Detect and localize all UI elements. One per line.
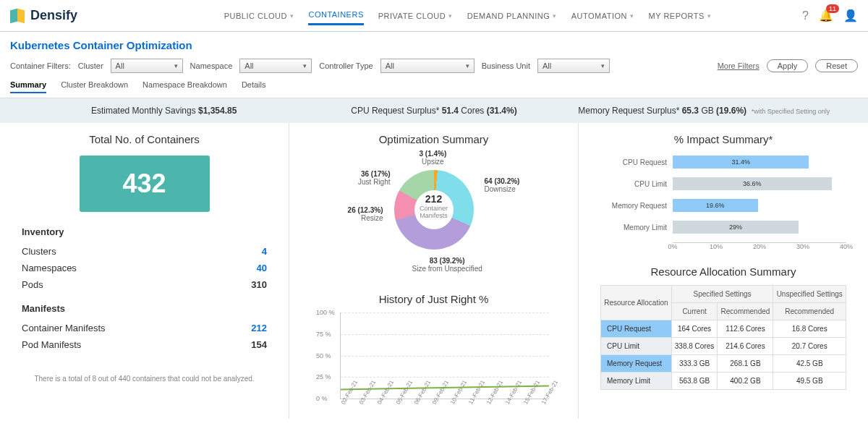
- tab-details[interactable]: Details: [242, 80, 266, 93]
- cell-unspec-recommended: 49.5 GB: [773, 373, 846, 390]
- bar-label: Memory Limit: [600, 224, 673, 231]
- controller-type-select[interactable]: All: [380, 59, 475, 73]
- bar-track: 31.4%: [673, 156, 846, 169]
- view-tabs: Summary Cluster Breakdown Namespace Brea…: [0, 80, 868, 98]
- impact-xaxis: 0% 10% 20% 30% 40%: [673, 242, 846, 251]
- cell-current: 333.3 GB: [671, 355, 718, 373]
- slice-label-resize: 26 (12.3%)Resize: [333, 206, 383, 222]
- controller-type-label: Controller Type: [319, 61, 373, 70]
- namespace-label: Namespace: [190, 61, 233, 70]
- row-label: CPU Limit: [601, 338, 672, 355]
- analysis-footnote: There is a total of 8 out of 440 contain…: [22, 375, 267, 383]
- nav-demand-planning[interactable]: DEMAND PLANNING▾: [467, 6, 557, 25]
- user-icon[interactable]: 👤: [843, 9, 858, 22]
- nav-containers[interactable]: CONTAINERS: [308, 6, 363, 25]
- brand-name: Densify: [30, 8, 77, 23]
- table-row: Memory Limit 563.8 GB 400.2 GB 49.5 GB: [601, 373, 846, 390]
- nav-public-cloud[interactable]: PUBLIC CLOUD▾: [224, 6, 294, 25]
- clusters-link[interactable]: 4: [262, 246, 267, 257]
- total-containers-value: 432: [80, 156, 210, 212]
- table-row: Memory Request 333.3 GB 268.1 GB 42.5 GB: [601, 355, 846, 373]
- bar-fill: 29%: [673, 221, 799, 234]
- metrics-bar: Estimated Monthly Savings $1,354.85 CPU …: [0, 98, 868, 123]
- column-middle: Optimization Summary 212Container Manife…: [289, 123, 579, 419]
- chevron-down-icon: ▾: [630, 12, 634, 20]
- cell-recommended: 400.2 GB: [718, 373, 773, 390]
- history-xaxis: 02-Feb-2103-Feb-2104-Feb-2105-Feb-2106-F…: [340, 402, 549, 409]
- nav-private-cloud[interactable]: PRIVATE CLOUD▾: [378, 6, 453, 25]
- row-label: Memory Limit: [601, 373, 672, 390]
- bell-icon[interactable]: 🔔11: [819, 9, 833, 22]
- chevron-down-icon: ▾: [553, 12, 557, 20]
- col-unspecified: Unspecified Settings: [773, 286, 846, 303]
- history-title: History of Just Right %: [311, 293, 556, 305]
- filter-bar: Container Filters: Cluster All Namespace…: [0, 51, 868, 80]
- col-current: Current: [671, 303, 718, 320]
- slice-label-unspecified: 83 (39.2%)Size from Unspecified: [412, 257, 482, 273]
- top-nav: PUBLIC CLOUD▾ CONTAINERS PRIVATE CLOUD▾ …: [224, 6, 712, 25]
- cell-recommended: 214.6 Cores: [718, 338, 773, 355]
- bar-fill: 31.4%: [673, 156, 809, 169]
- cluster-label: Cluster: [78, 61, 103, 70]
- reset-button[interactable]: Reset: [815, 59, 858, 72]
- bar-row: CPU Limit 36.6%: [600, 177, 846, 190]
- table-row: CPU Limit 338.8 Cores 214.6 Cores 20.7 C…: [601, 338, 846, 355]
- bar-track: 36.6%: [673, 177, 846, 190]
- col-specified: Specified Settings: [671, 286, 773, 303]
- impact-bar-chart: CPU Request 31.4% CPU Limit 36.6% Memory…: [600, 156, 846, 234]
- cell-unspec-recommended: 16.8 Cores: [773, 320, 846, 338]
- chevron-down-icon: ▾: [290, 12, 294, 20]
- donut-center: 212Container Manifests: [412, 193, 456, 219]
- total-containers-title: Total No. of Containers: [22, 133, 267, 145]
- cell-current: 563.8 GB: [671, 373, 718, 390]
- inventory-row-namespaces: Namespaces40: [22, 260, 267, 276]
- row-label: CPU Request: [601, 320, 672, 338]
- cell-recommended: 112.6 Cores: [718, 320, 773, 338]
- nav-my-reports[interactable]: MY REPORTS▾: [649, 6, 712, 25]
- cell-current: 338.8 Cores: [671, 338, 718, 355]
- metric-savings: Estimated Monthly Savings $1,354.85: [29, 106, 299, 116]
- chevron-down-icon: ▾: [707, 12, 712, 20]
- cluster-select[interactable]: All: [111, 59, 183, 73]
- allocation-summary-title: Resource Allocation Summary: [600, 265, 846, 278]
- metric-cpu-surplus: CPU Request Surplus* 51.4 Cores (31.4%): [299, 106, 569, 116]
- help-icon[interactable]: ?: [802, 9, 809, 22]
- col-recommended: Recommended: [718, 303, 773, 320]
- row-label: Memory Request: [601, 355, 672, 373]
- bar-row: Memory Request 19.6%: [600, 199, 846, 212]
- header-actions: ? 🔔11 👤: [802, 9, 858, 22]
- bar-track: 19.6%: [673, 199, 846, 212]
- slice-label-downsize: 64 (30.2%)Downsize: [485, 177, 520, 193]
- namespaces-link[interactable]: 40: [257, 263, 267, 273]
- container-manifests-link[interactable]: 212: [251, 323, 267, 333]
- tab-summary[interactable]: Summary: [10, 80, 46, 93]
- namespace-select[interactable]: All: [239, 59, 312, 73]
- table-row: CPU Request 164 Cores 112.6 Cores 16.8 C…: [601, 320, 846, 338]
- more-filters-link[interactable]: More Filters: [718, 61, 760, 70]
- brand-logo[interactable]: Densify: [10, 8, 77, 24]
- bar-row: CPU Request 31.4%: [600, 156, 846, 169]
- app-header: Densify PUBLIC CLOUD▾ CONTAINERS PRIVATE…: [0, 0, 868, 32]
- bar-label: CPU Request: [600, 158, 673, 166]
- manifests-row-container: Container Manifests212: [22, 320, 267, 336]
- filters-label: Container Filters:: [10, 61, 71, 70]
- column-right: % Impact Summary* CPU Request 31.4% CPU …: [579, 123, 868, 419]
- apply-button[interactable]: Apply: [767, 59, 809, 72]
- business-unit-label: Business Unit: [482, 61, 530, 70]
- tab-cluster-breakdown[interactable]: Cluster Breakdown: [61, 80, 128, 93]
- col-unspec-recommended: Recommended: [773, 303, 846, 320]
- chevron-down-icon: ▾: [448, 12, 453, 20]
- nav-automation[interactable]: AUTOMATION▾: [571, 6, 634, 25]
- allocation-table: Resource Allocation Specified Settings U…: [600, 285, 846, 390]
- business-unit-select[interactable]: All: [537, 59, 610, 73]
- tab-namespace-breakdown[interactable]: Namespace Breakdown: [142, 80, 227, 93]
- manifests-row-pod: Pod Manifests154: [22, 336, 267, 353]
- dashboard-grid: Total No. of Containers 432 Inventory Cl…: [0, 123, 868, 419]
- col-resource-allocation: Resource Allocation: [601, 286, 672, 320]
- bar-fill: 36.6%: [673, 177, 832, 190]
- cell-recommended: 268.1 GB: [718, 355, 773, 373]
- cell-unspec-recommended: 20.7 Cores: [773, 338, 846, 355]
- column-left: Total No. of Containers 432 Inventory Cl…: [0, 123, 289, 419]
- metric-mem-surplus: Memory Request Surplus* 65.3 GB (19.6%) …: [569, 106, 839, 116]
- cell-unspec-recommended: 42.5 GB: [773, 355, 846, 373]
